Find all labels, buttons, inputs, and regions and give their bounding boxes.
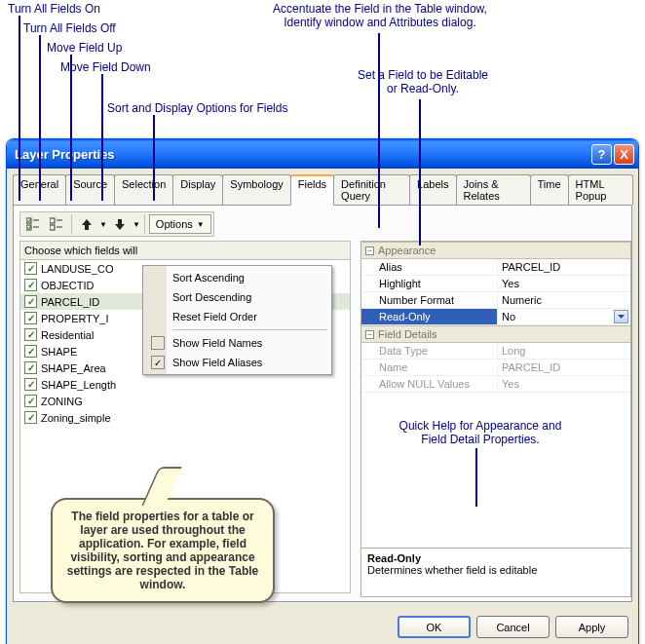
options-button[interactable]: Options ▼ xyxy=(149,214,211,234)
field-checkbox[interactable]: ✓ xyxy=(24,345,37,358)
menu-label: Show Field Aliases xyxy=(172,357,262,368)
menu-sort-asc[interactable]: Sort Ascending xyxy=(145,268,329,287)
tab-joins-relates[interactable]: Joins & Relates xyxy=(456,174,531,205)
field-name: OBJECTID xyxy=(41,280,94,291)
toolbar-separator xyxy=(144,214,145,234)
menu-reset-order[interactable]: Reset Field Order xyxy=(145,307,329,326)
field-checkbox[interactable]: ✓ xyxy=(24,361,37,374)
tab-labels[interactable]: Labels xyxy=(409,174,456,205)
group-field-details[interactable]: −Field Details xyxy=(361,325,630,343)
split-arrow-icon: ▼ xyxy=(133,220,140,229)
annotation-all-off: Turn All Fields Off xyxy=(23,21,116,35)
tab-definition-query[interactable]: Definition Query xyxy=(333,174,410,205)
svg-rect-4 xyxy=(50,218,55,223)
prop-read-only[interactable]: Read-Only No xyxy=(361,309,630,325)
field-name: PROPERTY_I xyxy=(41,313,109,324)
prop-value[interactable]: PARCEL_ID xyxy=(498,259,630,275)
move-down-button[interactable] xyxy=(109,214,131,234)
checklist-off-icon xyxy=(50,217,63,231)
field-row-8[interactable]: ✓ZONING xyxy=(20,393,350,409)
arrow-up-icon xyxy=(80,217,94,231)
annotation-editable: Set a Field to be Editable or Read-Only. xyxy=(335,68,511,95)
split-arrow-icon: ▼ xyxy=(99,220,107,229)
ok-button[interactable]: OK xyxy=(398,616,471,638)
field-row-7[interactable]: ✓SHAPE_Length xyxy=(20,376,350,393)
apply-button[interactable]: Apply xyxy=(555,616,628,638)
callout-bubble: The field properties for a table or laye… xyxy=(51,498,275,603)
field-checkbox[interactable]: ✓ xyxy=(24,395,37,407)
field-checkbox[interactable]: ✓ xyxy=(24,328,37,341)
prop-label: Name xyxy=(361,360,498,375)
menu-label: Show Field Names xyxy=(172,337,262,349)
tab-html-popup[interactable]: HTML Popup xyxy=(568,174,633,205)
checklist-on-icon xyxy=(26,217,40,231)
layer-properties-dialog: Layer Properties ? X General Source Sele… xyxy=(6,138,639,644)
menu-show-names[interactable]: Show Field Names xyxy=(145,333,329,353)
tab-display[interactable]: Display xyxy=(172,174,223,205)
prop-value[interactable]: No xyxy=(498,309,630,324)
radio-icon: ✓ xyxy=(151,356,165,369)
prop-value[interactable]: Numeric xyxy=(498,292,630,308)
field-name: LANDUSE_CO xyxy=(41,263,114,275)
cancel-button[interactable]: Cancel xyxy=(476,616,550,638)
collapse-icon[interactable]: − xyxy=(365,246,374,255)
menu-separator xyxy=(172,329,327,330)
prop-value[interactable]: Yes xyxy=(498,276,630,291)
group-label: Field Details xyxy=(378,328,437,340)
tab-panel-fields: ▼ ▼ Options ▼ Choose which fields will ✓… xyxy=(13,205,632,602)
field-checkbox[interactable]: ✓ xyxy=(24,262,37,275)
annotation-all-on: Turn All Fields On xyxy=(8,2,100,16)
help-body: Determines whether field is editable xyxy=(367,564,625,576)
field-checkbox[interactable]: ✓ xyxy=(24,295,37,308)
help-title: Read-Only xyxy=(367,552,625,564)
tab-selection[interactable]: Selection xyxy=(114,174,173,205)
prop-label: Allow NULL Values xyxy=(361,376,498,392)
field-name: Residential xyxy=(41,329,94,341)
prop-label: Number Format xyxy=(361,292,498,308)
tab-fields[interactable]: Fields xyxy=(290,174,334,206)
field-row-9[interactable]: ✓Zoning_simple xyxy=(20,409,350,426)
close-button[interactable]: X xyxy=(614,144,634,165)
tab-symbology[interactable]: Symbology xyxy=(222,174,290,205)
menu-label: Sort Ascending xyxy=(172,272,245,284)
annotation-move-up: Move Field Up xyxy=(47,41,122,55)
field-name: ZONING xyxy=(41,396,83,407)
prop-label: Data Type xyxy=(361,343,498,359)
prop-number-format[interactable]: Number FormatNumeric xyxy=(361,292,630,309)
prop-alias[interactable]: AliasPARCEL_ID xyxy=(361,259,630,276)
options-menu: Sort Ascending Sort Descending Reset Fie… xyxy=(142,265,332,375)
field-checkbox[interactable]: ✓ xyxy=(24,279,37,291)
group-appearance[interactable]: −Appearance xyxy=(361,242,630,259)
help-button[interactable]: ? xyxy=(591,144,612,165)
prop-value: Yes xyxy=(498,376,630,392)
menu-sort-desc[interactable]: Sort Descending xyxy=(145,287,329,307)
field-name: PARCEL_ID xyxy=(41,296,99,308)
prop-highlight[interactable]: HighlightYes xyxy=(361,276,630,292)
field-name: SHAPE xyxy=(41,346,77,358)
prop-value-text: No xyxy=(502,311,515,322)
arrow-down-icon xyxy=(113,217,127,231)
annotation-sort-opts: Sort and Display Options for Fields xyxy=(107,101,287,115)
tab-time[interactable]: Time xyxy=(530,174,569,205)
move-up-button[interactable] xyxy=(76,214,97,234)
tab-source[interactable]: Source xyxy=(65,174,115,205)
prop-allow-null: Allow NULL ValuesYes xyxy=(361,376,630,393)
field-name: SHAPE_Area xyxy=(41,362,106,374)
all-fields-off-button[interactable] xyxy=(46,214,67,234)
menu-show-aliases[interactable]: ✓Show Field Aliases xyxy=(145,353,329,372)
all-fields-on-button[interactable] xyxy=(22,214,44,234)
field-checkbox[interactable]: ✓ xyxy=(24,411,37,424)
annotation-move-down: Move Field Down xyxy=(60,60,151,74)
prop-label: Alias xyxy=(361,259,498,275)
choose-fields-label: Choose which fields will xyxy=(19,241,351,260)
collapse-icon[interactable]: − xyxy=(365,330,374,339)
menu-label: Reset Field Order xyxy=(172,311,257,322)
field-checkbox[interactable]: ✓ xyxy=(24,378,37,391)
prop-data-type: Data TypeLong xyxy=(361,343,630,360)
annotation-accentuate: Accentuate the Field in the Table window… xyxy=(253,2,507,29)
group-label: Appearance xyxy=(378,245,436,256)
fields-toolbar: ▼ ▼ Options ▼ xyxy=(19,211,214,237)
field-checkbox[interactable]: ✓ xyxy=(24,312,37,324)
chevron-down-icon[interactable] xyxy=(614,310,628,323)
toolbar-separator xyxy=(71,214,72,234)
